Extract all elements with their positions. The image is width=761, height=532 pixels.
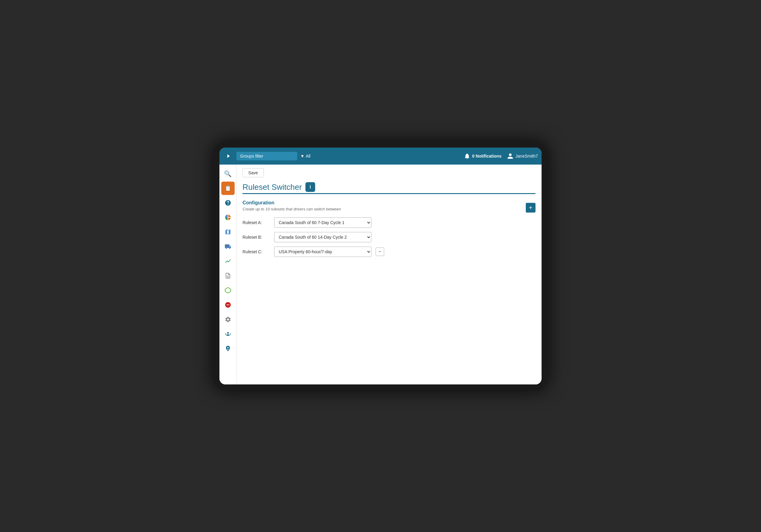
svg-point-3 — [227, 349, 229, 350]
user-menu-button[interactable]: JaneSmith7 — [507, 153, 538, 159]
sidebar-item-gear[interactable] — [221, 313, 235, 326]
filter-dropdown-arrow: ▼ — [300, 154, 305, 158]
remove-ruleset-button[interactable]: − — [376, 247, 384, 256]
notifications-button[interactable]: 0 Notifications — [464, 153, 501, 159]
ruleset-select[interactable]: Canada South of 60 7-Day Cycle 1Canada S… — [274, 232, 371, 242]
ruleset-row: Ruleset A:Canada South of 60 7-Day Cycle… — [243, 217, 536, 228]
sidebar-item-no-entry[interactable] — [221, 298, 235, 311]
filter-dropdown[interactable]: ▼ All — [299, 154, 310, 158]
ruleset-select[interactable]: Canada South of 60 7-Day Cycle 1Canada S… — [274, 217, 371, 228]
page-title: Ruleset Switcher — [243, 183, 302, 192]
sidebar-item-location[interactable] — [221, 342, 235, 355]
ruleset-label: Ruleset A: — [243, 220, 270, 225]
main-area: 🔍 📋 — [219, 165, 542, 384]
menu-toggle-button[interactable] — [223, 151, 234, 162]
sidebar-item-map[interactable] — [221, 225, 235, 239]
svg-marker-0 — [227, 154, 230, 158]
ruleset-select[interactable]: Canada South of 60 7-Day Cycle 1Canada S… — [274, 246, 371, 257]
config-section: Configuration Create up to 10 rulesets t… — [243, 200, 536, 211]
add-ruleset-button[interactable]: + — [526, 203, 536, 213]
sidebar-item-chart[interactable] — [221, 254, 235, 268]
groups-filter-input[interactable] — [236, 152, 297, 160]
sidebar-item-help[interactable] — [221, 196, 235, 209]
content-area: Save Ruleset Switcher i Configuration Cr… — [236, 165, 542, 384]
title-underline — [243, 193, 536, 194]
config-header: Configuration — [243, 200, 536, 206]
sidebar-item-pie-chart[interactable] — [221, 211, 235, 224]
bell-icon — [464, 153, 470, 159]
ruleset-label: Ruleset B: — [243, 235, 270, 239]
sidebar-item-files[interactable] — [221, 269, 235, 282]
ruleset-rows: Ruleset A:Canada South of 60 7-Day Cycle… — [243, 217, 536, 257]
user-icon — [507, 153, 514, 159]
svg-point-2 — [227, 332, 229, 334]
sidebar-item-search[interactable]: 🔍 — [221, 167, 235, 180]
info-button[interactable]: i — [306, 182, 315, 192]
ruleset-row: Ruleset C:Canada South of 60 7-Day Cycle… — [243, 246, 536, 257]
ruleset-row: Ruleset B:Canada South of 60 7-Day Cycle… — [243, 232, 536, 242]
top-bar-right: 0 Notifications JaneSmith7 — [464, 153, 538, 159]
sidebar-item-driver[interactable] — [221, 327, 235, 341]
sidebar: 🔍 📋 — [219, 165, 236, 384]
page-title-row: Ruleset Switcher i — [243, 182, 536, 192]
svg-marker-1 — [225, 288, 230, 293]
username-label: JaneSmith7 — [515, 154, 538, 158]
tablet-screen: ▼ All 0 Notifications JaneSmith7 — [219, 148, 542, 384]
filter-value: All — [306, 154, 311, 158]
tablet-frame: ▼ All 0 Notifications JaneSmith7 — [213, 141, 548, 391]
sidebar-item-dashboard[interactable]: 📋 — [221, 182, 235, 195]
notifications-label: 0 Notifications — [472, 154, 501, 158]
top-bar: ▼ All 0 Notifications JaneSmith7 — [219, 148, 542, 165]
save-button[interactable]: Save — [243, 168, 264, 177]
sidebar-item-polygon[interactable] — [221, 284, 235, 297]
ruleset-label: Ruleset C: — [243, 249, 270, 254]
sidebar-item-truck[interactable] — [221, 240, 235, 253]
config-subtext: Create up to 10 rulesets that drivers ca… — [243, 207, 536, 211]
